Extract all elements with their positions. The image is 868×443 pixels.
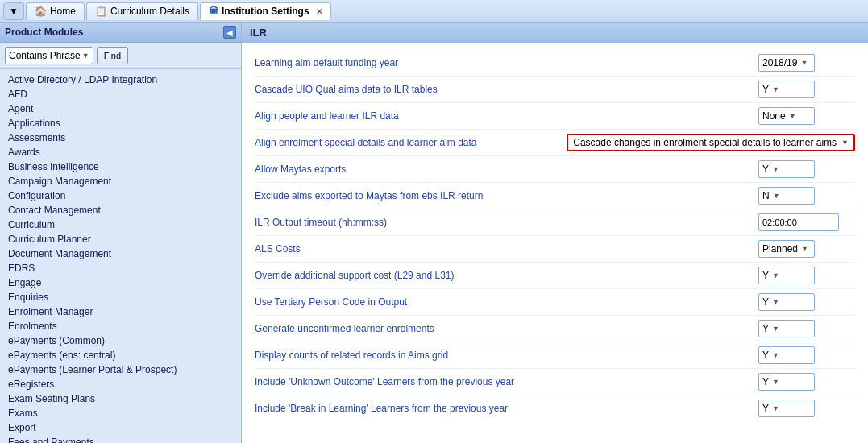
- search-bar: Contains Phrase ▼ Find: [0, 43, 241, 69]
- sidebar-item-16[interactable]: Enrolment Manager: [0, 304, 241, 319]
- select-arrow-include-break: ▼: [772, 404, 779, 412]
- setting-value-exclude-aims: N: [762, 190, 770, 201]
- sidebar-item-7[interactable]: Campaign Management: [0, 174, 241, 188]
- sidebar-item-9[interactable]: Contact Management: [0, 203, 241, 217]
- setting-select-align-enrolment[interactable]: Cascade changes in enrolment special det…: [567, 134, 855, 151]
- sidebar-item-8[interactable]: Configuration: [0, 188, 241, 203]
- sidebar-collapse-button[interactable]: ◀: [223, 26, 236, 39]
- setting-control-cascade-uio: Y▼: [758, 81, 855, 98]
- setting-row-als-costs: ALS CostsPlanned▼: [255, 236, 855, 263]
- sidebar-item-17[interactable]: Enrolments: [0, 319, 241, 333]
- setting-value-align-enrolment: Cascade changes in enrolment special det…: [573, 137, 837, 148]
- sidebar-header: Product Modules ◀: [0, 23, 241, 43]
- search-button[interactable]: Find: [97, 47, 128, 64]
- institution-tab-icon: 🏛: [209, 6, 218, 17]
- setting-control-include-unknown: Y▼: [758, 373, 855, 391]
- setting-select-learning-aim-funding[interactable]: 2018/19▼: [758, 54, 815, 72]
- setting-select-include-break[interactable]: Y▼: [758, 400, 815, 417]
- setting-control-ilr-output-timeout: [758, 213, 855, 231]
- setting-label-exclude-aims: Exclude aims exported to Maytas from ebs…: [255, 190, 758, 201]
- tab-home[interactable]: 🏠 Home: [26, 2, 85, 20]
- setting-row-allow-maytas: Allow Maytas exportsY▼: [255, 156, 855, 183]
- setting-select-override-support-cost[interactable]: Y▼: [758, 267, 815, 284]
- sidebar-item-5[interactable]: Awards: [0, 145, 241, 159]
- setting-value-learning-aim-funding: 2018/19: [762, 57, 797, 68]
- sidebar-item-14[interactable]: Engage: [0, 275, 241, 290]
- tab-curriculum[interactable]: 📋 Curriculum Details: [86, 2, 198, 20]
- sidebar-item-6[interactable]: Business Intelligence: [0, 159, 241, 174]
- select-arrow-align-enrolment: ▼: [841, 139, 849, 147]
- select-arrow-allow-maytas: ▼: [772, 165, 779, 173]
- setting-label-generate-unconfirmed: Generate unconfirmed learner enrolments: [255, 323, 758, 334]
- setting-select-allow-maytas[interactable]: Y▼: [758, 160, 815, 178]
- setting-control-als-costs: Planned▼: [758, 240, 855, 258]
- sidebar-item-18[interactable]: ePayments (Common): [0, 333, 241, 348]
- sidebar-item-20[interactable]: ePayments (Learner Portal & Prospect): [0, 362, 241, 377]
- setting-label-allow-maytas: Allow Maytas exports: [255, 164, 758, 175]
- setting-row-ilr-output-timeout: ILR Output timeout (hh:mm:ss): [255, 209, 855, 236]
- sidebar-item-13[interactable]: EDRS: [0, 261, 241, 275]
- sidebar-item-23[interactable]: Exams: [0, 406, 241, 420]
- title-bar: ▼ 🏠 Home 📋 Curriculum Details 🏛 Institut…: [0, 0, 868, 23]
- select-arrow-cascade-uio: ▼: [772, 85, 779, 93]
- setting-value-cascade-uio: Y: [762, 84, 769, 95]
- setting-control-display-counts: Y▼: [758, 346, 855, 364]
- setting-row-cascade-uio: Cascade UIO Qual aims data to ILR tables…: [255, 77, 855, 103]
- setting-control-override-support-cost: Y▼: [758, 267, 855, 284]
- setting-label-ilr-output-timeout: ILR Output timeout (hh:mm:ss): [255, 217, 758, 228]
- app-menu-button[interactable]: ▼: [3, 2, 24, 20]
- select-arrow-learning-aim-funding: ▼: [800, 59, 808, 67]
- setting-input-ilr-output-timeout[interactable]: [758, 213, 839, 231]
- setting-label-use-tertiary: Use Tertiary Person Code in Output: [255, 296, 758, 308]
- setting-row-align-enrolment: Align enrolment special details and lear…: [255, 130, 855, 156]
- setting-select-als-costs[interactable]: Planned▼: [758, 240, 815, 258]
- sidebar-item-4[interactable]: Assessments: [0, 130, 241, 145]
- setting-select-include-unknown[interactable]: Y▼: [758, 373, 815, 391]
- sidebar-item-21[interactable]: eRegisters: [0, 377, 241, 391]
- setting-control-align-enrolment: Cascade changes in enrolment special det…: [567, 134, 855, 151]
- settings-area: Learning aim default funding year2018/19…: [242, 43, 868, 443]
- setting-control-exclude-aims: N▼: [758, 187, 855, 205]
- sidebar-title: Product Modules: [5, 27, 83, 38]
- setting-select-use-tertiary[interactable]: Y▼: [758, 293, 815, 311]
- setting-row-use-tertiary: Use Tertiary Person Code in OutputY▼: [255, 289, 855, 316]
- setting-row-align-people: Align people and learner ILR dataNone▼: [255, 103, 855, 130]
- sidebar-item-10[interactable]: Curriculum: [0, 217, 241, 232]
- select-arrow-als-costs: ▼: [801, 245, 808, 253]
- sidebar-item-24[interactable]: Export: [0, 420, 241, 435]
- setting-label-align-people: Align people and learner ILR data: [255, 110, 758, 122]
- setting-label-als-costs: ALS Costs: [255, 243, 758, 255]
- select-arrow-use-tertiary: ▼: [772, 298, 779, 306]
- setting-row-display-counts: Display counts of related records in Aim…: [255, 342, 855, 369]
- select-arrow-include-unknown: ▼: [772, 378, 779, 386]
- setting-select-exclude-aims[interactable]: N▼: [758, 187, 815, 205]
- setting-select-align-people[interactable]: None▼: [758, 107, 815, 125]
- sidebar-item-11[interactable]: Curriculum Planner: [0, 232, 241, 246]
- search-type-label: Contains Phrase: [9, 50, 81, 61]
- setting-value-use-tertiary: Y: [762, 296, 769, 308]
- setting-row-include-break: Include 'Break in Learning' Learners fro…: [255, 395, 855, 421]
- institution-tab-close[interactable]: ✕: [316, 7, 322, 16]
- sidebar-item-25[interactable]: Fees and Payments: [0, 435, 241, 443]
- search-type-dropdown[interactable]: Contains Phrase ▼: [5, 47, 93, 64]
- setting-select-cascade-uio[interactable]: Y▼: [758, 81, 815, 98]
- setting-control-allow-maytas: Y▼: [758, 160, 855, 178]
- setting-value-als-costs: Planned: [762, 243, 798, 255]
- sidebar-item-15[interactable]: Enquiries: [0, 290, 241, 304]
- setting-control-generate-unconfirmed: Y▼: [758, 320, 855, 337]
- sidebar-item-0[interactable]: Active Directory / LDAP Integration: [0, 72, 241, 87]
- setting-control-learning-aim-funding: 2018/19▼: [758, 54, 855, 72]
- sidebar-item-12[interactable]: Document Management: [0, 246, 241, 261]
- sidebar-item-3[interactable]: Applications: [0, 116, 241, 130]
- setting-select-display-counts[interactable]: Y▼: [758, 346, 815, 364]
- sidebar-item-22[interactable]: Exam Seating Plans: [0, 391, 241, 406]
- search-dropdown-arrow: ▼: [82, 52, 89, 60]
- home-tab-icon: 🏠: [35, 6, 47, 17]
- sidebar-item-1[interactable]: AFD: [0, 87, 241, 101]
- sidebar-item-2[interactable]: Agent: [0, 101, 241, 116]
- sidebar-item-19[interactable]: ePayments (ebs: central): [0, 348, 241, 362]
- setting-select-generate-unconfirmed[interactable]: Y▼: [758, 320, 815, 337]
- setting-row-override-support-cost: Override additional support cost (L29 an…: [255, 263, 855, 289]
- setting-row-learning-aim-funding: Learning aim default funding year2018/19…: [255, 50, 855, 77]
- tab-institution-settings[interactable]: 🏛 Institution Settings ✕: [200, 2, 331, 20]
